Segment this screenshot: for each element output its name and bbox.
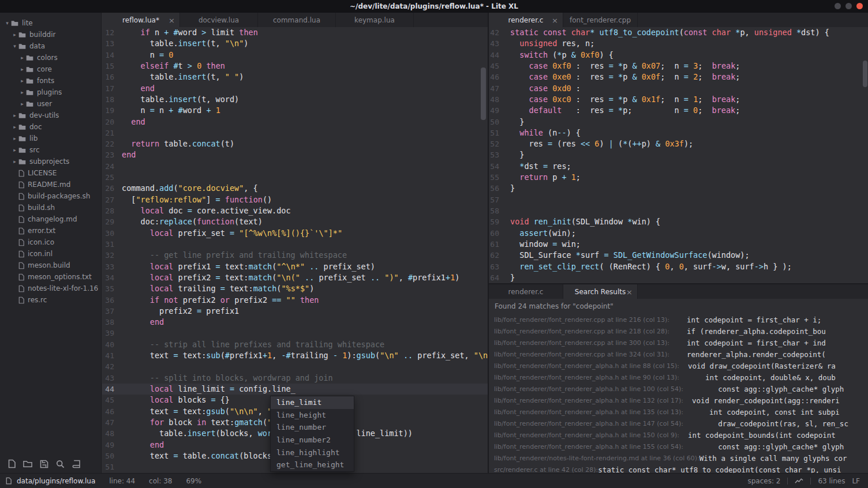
tree-item-colors[interactable]: ▸colors [0,52,101,63]
search-result-row[interactable]: lib/font_renderer/font_renderer_alpha.h … [489,429,868,441]
scrollbar-thumb[interactable] [863,61,867,87]
book-icon[interactable] [72,460,81,468]
search-result-row[interactable]: lib/font_renderer/font_renderer_alpha.h … [489,395,868,406]
code-line-14[interactable]: 14 n = 0 [102,50,488,61]
code-line-26[interactable]: 26command.add("core.docview", { [102,183,488,194]
maximize-button[interactable] [845,3,852,9]
tree-item-readme-md[interactable]: README.md [0,179,101,190]
tab-reflow-lua[interactable]: reflow.lua*× [102,13,180,27]
code-line-58[interactable]: 58 [489,205,868,216]
tree-item-build-packages-sh[interactable]: build-packages.sh [0,190,101,202]
chevron-down-icon[interactable]: ▾ [11,43,18,49]
code-line-57[interactable]: 57 [489,194,868,205]
chevron-right-icon[interactable]: ▸ [11,124,18,130]
code-line-48[interactable]: 48 case 0xc0 : res = *p & 0x1f; n = 1; b… [489,94,868,105]
code-line-40[interactable]: 40 -- strip all line prefixes and traili… [102,339,488,350]
code-line-22[interactable]: 22 return table.concat(t) [102,138,488,149]
code-line-46[interactable]: 46 case 0xe0 : res = *p & 0x0f; n = 2; b… [489,72,868,82]
code-line-44[interactable]: 44 local line_limit = config.line_ [102,384,488,395]
code-line-54[interactable]: 54 *dst = res; [489,161,868,172]
code-line-47[interactable]: 47 case 0xd0 : [489,83,868,94]
tree-item-src[interactable]: ▸src [0,144,101,156]
search-result-row[interactable]: lib/font_renderer/font_renderer_alpha.h … [489,371,868,383]
search-result-row[interactable]: lib/font_renderer/font_renderer_alpha.h … [489,406,868,418]
save-icon[interactable] [40,460,48,468]
chevron-right-icon[interactable]: ▸ [18,55,26,61]
code-line-44[interactable]: 44 switch (*p & 0xf0) { [489,50,868,61]
code-line-34[interactable]: 34 local prefix2 = text:match("\n(" .. p… [102,272,488,283]
graph-icon[interactable] [795,478,803,484]
tree-item-lite[interactable]: ▾lite [0,17,101,29]
autocomplete-item-get-line-height[interactable]: get_line_height [271,459,354,471]
chevron-down-icon[interactable]: ▾ [3,20,11,26]
autocomplete-item-line-number[interactable]: line_number [271,421,354,434]
code-line-23[interactable]: 23end [102,149,488,160]
code-line-42[interactable]: 42static const char* utf8_to_codepoint(c… [489,27,868,38]
tree-item-meson-options-txt[interactable]: meson_options.txt [0,271,101,283]
code-line-33[interactable]: 33 local prefix1 = text:match("^\n*" .. … [102,261,488,272]
chevron-right-icon[interactable]: ▸ [18,66,26,72]
search-result-row[interactable]: lib/font_renderer/font_renderer_alpha.h … [489,360,868,371]
search-result-row[interactable]: lib/font_renderer/notes-lite-font-render… [489,452,868,464]
code-line-17[interactable]: 17 end [102,83,488,94]
code-line-60[interactable]: 60 assert(win); [489,228,868,239]
code-line-59[interactable]: 59void ren_init(SDL_Window *win) { [489,216,868,227]
tree-item-notes-lite-xl-for-1-16[interactable]: notes-lite-xl-for-1.16 [0,283,101,294]
tree-item-lib[interactable]: ▸lib [0,133,101,144]
code-line-36[interactable]: 36 if not prefix2 or prefix2 == "" then [102,295,488,306]
code-line-52[interactable]: 52 res = (res << 6) | (*(++p) & 0x3f); [489,138,868,149]
search-result-row[interactable]: lib/font_renderer/font_renderer_alpha.h … [489,383,868,395]
tree-item-plugins[interactable]: ▸plugins [0,87,101,98]
code-line-45[interactable]: 45 case 0xf0 : res = *p & 0x07; n = 3; b… [489,61,868,72]
code-line-35[interactable]: 35 local trailing = text:match("%s*$") [102,283,488,294]
tree-item-icon-ico[interactable]: icon.ico [0,237,101,248]
code-line-56[interactable]: 56} [489,183,868,194]
code-line-24[interactable]: 24 [102,161,488,172]
tab-font-renderer-cpp[interactable]: font_renderer.cpp [563,13,638,27]
code-line-41[interactable]: 41 text = text:sub(#prefix1+1, -#trailin… [102,350,488,361]
close-tab-icon[interactable]: × [626,287,633,296]
code-line-50[interactable]: 50 } [489,117,868,127]
tab-renderer-c[interactable]: renderer.c× [489,13,563,27]
tab-renderer-c[interactable]: renderer.c [489,284,563,299]
tree-item-error-txt[interactable]: error.txt [0,225,101,237]
tree-item-data[interactable]: ▾data [0,40,101,52]
statusbar-line[interactable]: line: 44 [109,477,135,485]
code-line-43[interactable]: 43 -- split into blocks, wordwrap and jo… [102,373,488,384]
tree-item-builddir[interactable]: ▸builddir [0,29,101,40]
code-line-16[interactable]: 16 table.insert(t, " ") [102,72,488,82]
statusbar-eol[interactable]: LF [852,477,860,485]
code-line-51[interactable]: 51 while (n--) { [489,127,868,138]
code-line-31[interactable]: 31 [102,239,488,250]
tree-item-user[interactable]: ▸user [0,98,101,110]
search-result-row[interactable]: lib/font_renderer/font_renderer.cpp at l… [489,325,868,337]
close-tab-icon[interactable]: × [552,16,558,24]
tree-item-core[interactable]: ▸core [0,63,101,75]
code-line-30[interactable]: 30 local prefix_set = "[^%w\n%[%](){}`'\… [102,228,488,239]
code-line-25[interactable]: 25 [102,172,488,183]
chevron-right-icon[interactable]: ▸ [18,101,26,107]
code-line-39[interactable]: 39 [102,328,488,339]
chevron-right-icon[interactable]: ▸ [11,147,18,153]
chevron-right-icon[interactable]: ▸ [18,89,26,95]
autocomplete-item-line-number2[interactable]: line_number2 [271,434,354,446]
code-line-12[interactable]: 12 if n + #word > limit then [102,27,488,38]
autocomplete-item-line-height[interactable]: line_height [271,409,354,422]
code-line-55[interactable]: 55 return p + 1; [489,172,868,183]
tree-item-fonts[interactable]: ▸fonts [0,75,101,87]
tree-item-meson-build[interactable]: meson.build [0,260,101,271]
autocomplete-item-line-highlight[interactable]: line_highlight [271,446,354,459]
tree-item-icon-inl[interactable]: icon.inl [0,248,101,260]
search-result-row[interactable]: lib/font_renderer/font_renderer_alpha.h … [489,441,868,452]
tree-item-build-sh[interactable]: build.sh [0,202,101,213]
search-result-row[interactable]: lib/font_renderer/font_renderer.cpp at l… [489,314,868,325]
tab-command-lua[interactable]: command.lua [258,13,336,27]
tree-item-license[interactable]: LICENSE [0,167,101,179]
tree-item-subprojects[interactable]: ▸subprojects [0,156,101,167]
code-line-38[interactable]: 38 end [102,317,488,328]
code-line-20[interactable]: 20 end [102,117,488,127]
code-line-19[interactable]: 19 n = n + #word + 1 [102,105,488,116]
close-tab-icon[interactable]: × [169,16,175,24]
search-result-row[interactable]: lib/font_renderer/font_renderer.cpp at l… [489,337,868,348]
tree-item-dev-utils[interactable]: ▸dev-utils [0,110,101,121]
